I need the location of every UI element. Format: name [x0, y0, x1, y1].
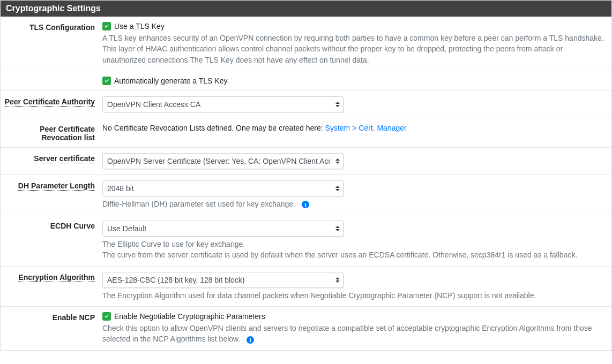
row-server-cert: Server certificate OpenVPN Server Certif…: [1, 148, 611, 175]
label-peer-ca: Peer Certificate Authority: [1, 96, 102, 112]
label-ncp: Enable NCP: [1, 312, 102, 345]
info-icon[interactable]: i: [245, 335, 255, 345]
help-enc-alg: The Encryption Algorithm used for data c…: [102, 290, 606, 301]
checkbox-autogen-tls-key[interactable]: [102, 77, 111, 85]
row-tls-autogen: Automatically generate a TLS Key.: [1, 71, 611, 91]
row-peer-crl: Peer Certificate Revocation list No Cert…: [1, 118, 611, 148]
check-icon: [103, 78, 110, 84]
checkbox-use-tls-key[interactable]: [102, 22, 111, 31]
svg-text:i: i: [250, 337, 251, 343]
select-ecdh[interactable]: Use Default: [102, 221, 344, 237]
label-ecdh: ECDH Curve: [1, 221, 102, 261]
checkbox-enable-ncp[interactable]: [102, 312, 111, 321]
label-peer-crl: Peer Certificate Revocation list: [1, 124, 102, 142]
row-tls-config: TLS Configuration Use a TLS Key A TLS ke…: [1, 17, 611, 71]
label-dh: DH Parameter Length: [1, 180, 102, 209]
link-cert-manager[interactable]: System > Cert. Manager: [325, 124, 407, 132]
label-enc-alg: Encryption Algorithm: [1, 272, 102, 301]
checkbox-label-autogen-tls-key: Automatically generate a TLS Key.: [114, 77, 229, 85]
row-peer-ca: Peer Certificate Authority OpenVPN Clien…: [1, 91, 611, 118]
cryptographic-settings-panel: Cryptographic Settings TLS Configuration…: [0, 0, 612, 351]
label-tls-autogen: [1, 77, 102, 85]
help-ncp: Check this option to allow OpenVPN clien…: [102, 323, 606, 345]
row-ecdh: ECDH Curve Use Default The Elliptic Curv…: [1, 215, 611, 267]
check-icon: [103, 313, 110, 320]
select-server-cert[interactable]: OpenVPN Server Certificate (Server: Yes,…: [102, 153, 344, 169]
row-enc-alg: Encryption Algorithm AES-128-CBC (128 bi…: [1, 267, 611, 307]
select-enc-alg[interactable]: AES-128-CBC (128 bit key, 128 bit block): [102, 272, 344, 288]
row-dh: DH Parameter Length 2048 bit Diffie-Hell…: [1, 175, 611, 215]
select-peer-ca[interactable]: OpenVPN Client Access CA: [102, 96, 344, 112]
label-tls-config: TLS Configuration: [1, 22, 102, 65]
panel-title: Cryptographic Settings: [1, 1, 611, 17]
row-ncp: Enable NCP Enable Negotiable Cryptograph…: [1, 307, 611, 350]
label-server-cert: Server certificate: [1, 153, 102, 169]
checkbox-label-enable-ncp: Enable Negotiable Cryptographic Paramete…: [114, 312, 265, 321]
info-icon[interactable]: i: [301, 200, 310, 209]
svg-text:i: i: [304, 201, 306, 208]
select-dh[interactable]: 2048 bit: [102, 180, 344, 196]
text-peer-crl: No Certificate Revocation Lists defined.…: [102, 124, 325, 132]
check-icon: [103, 23, 110, 29]
help-tls-config: A TLS key enhances security of an OpenVP…: [102, 33, 606, 65]
checkbox-label-use-tls-key: Use a TLS Key: [114, 22, 165, 31]
help-ecdh: The Elliptic Curve to use for key exchan…: [102, 239, 606, 261]
help-dh: Diffie-Hellman (DH) parameter set used f…: [102, 199, 606, 209]
